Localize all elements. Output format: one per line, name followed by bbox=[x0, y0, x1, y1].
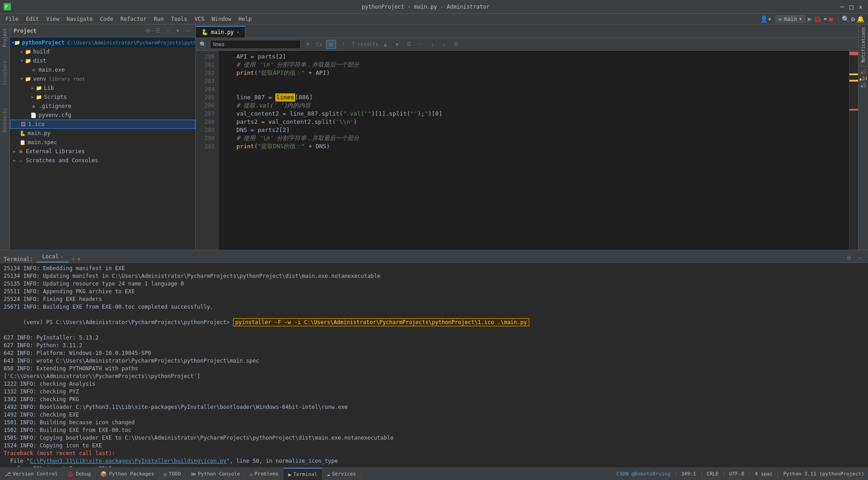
find-next-btn[interactable]: ▼ bbox=[392, 40, 402, 49]
line-num: 289 bbox=[196, 126, 215, 134]
menu-code[interactable]: Code bbox=[97, 15, 117, 23]
tree-item-pyvenv[interactable]: 📄 pyvenv.cfg bbox=[10, 111, 195, 120]
menu-vcs[interactable]: VCS bbox=[191, 15, 208, 23]
folder-icon: 📁 bbox=[14, 39, 20, 46]
term-line: 1492 INFO: checking EXE bbox=[4, 411, 864, 419]
stop-button[interactable]: ■ bbox=[829, 15, 833, 23]
panel-gear-btn[interactable]: ▾ bbox=[174, 27, 182, 35]
tool-debug[interactable]: 🐞 Debug bbox=[63, 468, 96, 480]
structure-icon[interactable]: Structure bbox=[1, 59, 8, 87]
terminal-settings-btn[interactable]: ⚙ bbox=[844, 253, 853, 262]
run-config-btn[interactable]: ▶ main ▾ bbox=[775, 15, 805, 23]
tree-item-ico[interactable]: 🖼 1.ico bbox=[10, 120, 195, 129]
maximize-btn[interactable]: □ bbox=[849, 3, 853, 10]
notifications-icon[interactable]: 🔔 bbox=[857, 15, 864, 23]
menu-file[interactable]: File bbox=[2, 15, 22, 23]
menu-run[interactable]: Run bbox=[150, 15, 167, 23]
menu-edit[interactable]: Edit bbox=[22, 15, 43, 23]
find-filter-btn[interactable]: ⊟ bbox=[451, 40, 461, 49]
find-match-case-btn[interactable]: Cc bbox=[314, 40, 324, 49]
bookmarks-icon[interactable]: Bookmarks bbox=[1, 106, 8, 134]
tool-python-packages[interactable]: 📦 Python Packages bbox=[96, 468, 159, 480]
coverage-btn[interactable]: ☂ bbox=[823, 15, 827, 23]
panel-list-btn[interactable]: ☰ bbox=[154, 27, 162, 35]
panel-close-btn[interactable]: ─ bbox=[184, 27, 192, 35]
project-panel: Project ⚙ ☰ ↕ ▾ ─ ▼ 📁 pythonProject C:\U… bbox=[10, 24, 196, 250]
tab-close-btn[interactable]: ✕ bbox=[237, 29, 240, 35]
menu-view[interactable]: View bbox=[43, 15, 63, 23]
panel-settings-btn[interactable]: ⚙ bbox=[144, 27, 152, 35]
notif-icon[interactable]: Notifications bbox=[860, 25, 867, 64]
find-whole-word-btn[interactable]: W bbox=[326, 40, 336, 49]
menu-refactor[interactable]: Refactor bbox=[117, 15, 150, 23]
add-terminal-btn[interactable]: + bbox=[68, 255, 78, 262]
tree-item-mainexe[interactable]: ⚙ main.exe bbox=[10, 65, 195, 74]
tool-problems[interactable]: ⚠ Problems bbox=[245, 468, 283, 480]
close-btn[interactable]: ✕ bbox=[859, 3, 863, 10]
line-num: 290 bbox=[196, 134, 215, 142]
tree-item-scripts[interactable]: ▶ 📁 Scripts bbox=[10, 92, 195, 102]
term-line: 627 INFO: PyInstaller: 5.13.2 bbox=[4, 334, 864, 342]
tab-local[interactable]: Local ✕ bbox=[37, 252, 68, 262]
todo-icon: ☑ bbox=[164, 471, 167, 477]
status-sep4: | bbox=[748, 471, 751, 477]
tree-item-extlibs[interactable]: ▶ ⊞ External Libraries bbox=[10, 147, 195, 156]
tool-python-console[interactable]: ≫ Python Console bbox=[186, 468, 245, 480]
tree-item-scratches[interactable]: ▶ ✏ Scratches and Consoles bbox=[10, 156, 195, 165]
find-options-btn[interactable]: ⋯ bbox=[416, 40, 426, 49]
tree-item-lib[interactable]: ▶ 📁 Lib bbox=[10, 83, 195, 92]
warning-marker2 bbox=[849, 80, 858, 82]
line-num: 280 bbox=[196, 53, 215, 61]
minimize-btn[interactable]: ─ bbox=[840, 3, 844, 10]
tree-item-gitignore[interactable]: ◈ .gitignore bbox=[10, 102, 195, 111]
line-num: 291 bbox=[196, 142, 215, 150]
find-extra2[interactable]: ↕ bbox=[439, 40, 449, 49]
find-extra1[interactable]: ↕ bbox=[428, 40, 438, 49]
tab-mainpy[interactable]: 🐍 main.py ✕ bbox=[196, 26, 245, 38]
find-regex-btn[interactable]: .* bbox=[338, 40, 348, 49]
term-line: ['C:\\Users\\Administrator\\PycharmProje… bbox=[4, 373, 864, 380]
tool-terminal[interactable]: ▶ Terminal bbox=[283, 468, 322, 480]
code-content[interactable]: API = parts[2] # 使用 '\n' 分割字符串，并取最后一个部分 … bbox=[219, 51, 849, 250]
tree-item-root[interactable]: ▼ 📁 pythonProject C:\Users\Administrator… bbox=[10, 38, 195, 47]
tool-version-control[interactable]: ⎇ Version Control bbox=[0, 468, 63, 480]
find-input[interactable] bbox=[210, 40, 301, 49]
project-icon[interactable]: Project bbox=[1, 26, 8, 49]
terminal-dropdown-btn[interactable]: ▾ bbox=[78, 256, 80, 262]
tab-local-close[interactable]: ✕ bbox=[60, 254, 63, 259]
folder-icon: 📁 bbox=[24, 48, 32, 55]
tree-item-venv[interactable]: ▼ 📁 venv library root bbox=[10, 74, 195, 83]
term-file-link[interactable]: C:\Python3.11\Lib\site-packages\PyInstal… bbox=[30, 458, 226, 464]
tree-item-mainpy[interactable]: 🐍 main.py bbox=[10, 129, 195, 138]
menu-help[interactable]: Help bbox=[235, 15, 255, 23]
find-clear-btn[interactable]: ✕ bbox=[302, 40, 312, 49]
tool-todo[interactable]: ☑ TODO bbox=[159, 468, 186, 480]
tree-item-dist[interactable]: ▼ 📁 dist bbox=[10, 56, 195, 65]
status-sep5: | bbox=[776, 471, 780, 477]
gear-icon[interactable]: ⚙ bbox=[851, 15, 855, 23]
run-button[interactable]: ▶ bbox=[808, 15, 812, 23]
tree-item-mainspec[interactable]: 📋 main.spec bbox=[10, 138, 195, 147]
menu-window[interactable]: Window bbox=[208, 15, 235, 23]
term-line: 1501 INFO: Building because icon changed bbox=[4, 419, 864, 427]
find-in-file-btn[interactable]: ☰ bbox=[404, 40, 414, 49]
term-line: 25511 INFO: Appending PKG archive to EXE bbox=[4, 288, 864, 296]
error-marker2 bbox=[849, 109, 858, 111]
terminal-content[interactable]: 25134 INFO: Embedding manifest in EXE 25… bbox=[0, 263, 868, 467]
user-icon[interactable]: 👤▾ bbox=[760, 15, 771, 23]
menu-navigate[interactable]: Navigate bbox=[63, 15, 97, 23]
packages-icon: 📦 bbox=[100, 471, 107, 477]
status-sep: | bbox=[674, 471, 678, 477]
search-button[interactable]: 🔍 bbox=[842, 15, 849, 23]
menu-tools[interactable]: Tools bbox=[167, 15, 191, 23]
terminal-close-btn[interactable]: ─ bbox=[855, 253, 864, 262]
panel-sort-btn[interactable]: ↕ bbox=[164, 27, 172, 35]
find-prev-btn[interactable]: ▲ bbox=[380, 40, 390, 49]
notif-sep bbox=[858, 66, 868, 67]
tree-item-build[interactable]: ▶ 📁 build bbox=[10, 47, 195, 56]
tool-services[interactable]: ☁ Services bbox=[322, 468, 361, 480]
tree-label: main.py bbox=[28, 130, 51, 136]
tree-label: .gitignore bbox=[39, 103, 71, 109]
code-line-290: # 使用 '\n' 分割字符串，并取最后一个部分 bbox=[222, 134, 845, 142]
debug-button[interactable]: 🐞 bbox=[814, 15, 821, 23]
